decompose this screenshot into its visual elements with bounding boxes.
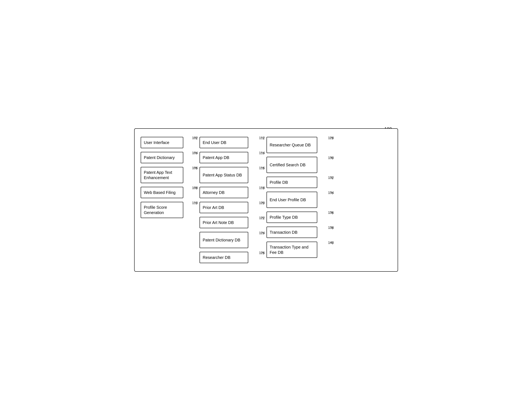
box-user-interface: User Interface [141,137,183,148]
box-researcher-db: Researcher DB [200,252,248,263]
ref-136: 136 [328,211,334,215]
wrapper-patent-app-status: Patent App Status DB 116 [200,167,254,183]
ref-138: 138 [328,226,334,230]
box-certified-search: Certified Search DB [266,157,317,173]
ref-140: 140 [328,241,334,245]
box-prior-art-note: Prior Art Note DB [200,217,248,228]
page-container: 100 User Interface 102 Patent Dictionary [134,128,398,272]
ref-116: 116 [259,166,265,170]
ref-106: 106 [192,166,198,170]
box-end-user-db: End User DB [200,137,248,148]
wrapper-profile-score: Profile Score Generation 110 [141,202,187,218]
ref-118: 118 [259,186,265,190]
wrapper-prior-art-db: Prior Art DB 120 [200,202,254,213]
ref-130: 130 [328,156,334,160]
wrapper-researcher-queue: Researcher Queue DB 128 [266,137,323,153]
box-profile-type: Profile Type DB [266,212,317,223]
ref-122: 122 [259,216,265,220]
box-transaction-db: Transaction DB [266,227,317,238]
box-patent-dictionary-db: Patent Dictionary DB [200,232,248,248]
wrapper-profile-db: Profile DB 132 [266,177,323,188]
box-attorney-db: Attorney DB [200,187,248,198]
wrapper-patent-app-db: Patent App DB 114 [200,152,254,163]
wrapper-attorney-db: Attorney DB 118 [200,187,254,198]
wrapper-prior-art-note: Prior Art Note DB 122 [200,217,254,228]
wrapper-transaction-db: Transaction DB 138 [266,227,323,238]
ref-134: 134 [328,191,334,195]
wrapper-transaction-type: Transaction Type and Fee DB 140 [266,242,323,258]
wrapper-patent-app-text: Patent App Text Enhancement 106 [141,167,187,183]
left-column: User Interface 102 Patent Dictionary 104 [141,137,187,218]
box-profile-score: Profile Score Generation [141,202,183,218]
box-transaction-type: Transaction Type and Fee DB [266,242,317,258]
columns-container: User Interface 102 Patent Dictionary 104 [141,137,392,263]
box-profile-db: Profile DB [266,177,317,188]
ref-120: 120 [259,201,265,205]
wrapper-web-based-filing: Web Based Filing 108 [141,187,187,198]
box-researcher-queue: Researcher Queue DB [266,137,317,153]
box-end-user-profile: End User Profile DB [266,192,317,208]
wrapper-user-interface: User Interface 102 [141,137,187,148]
box-patent-app-db: Patent App DB [200,152,248,163]
ref-110: 110 [192,201,198,205]
box-patent-dictionary: Patent Dictionary [141,152,183,163]
box-patent-app-text: Patent App Text Enhancement [141,167,183,183]
ref-114: 114 [259,151,265,155]
ref-102: 102 [192,136,198,140]
box-patent-app-status: Patent App Status DB [200,167,248,183]
ref-132: 132 [328,176,334,180]
wrapper-end-user-db: End User DB 112 [200,137,254,148]
main-diagram: User Interface 102 Patent Dictionary 104 [134,128,398,272]
ref-126: 126 [259,251,265,255]
right-column: Researcher Queue DB 128 Certified Search… [266,137,323,258]
box-web-based-filing: Web Based Filing [141,187,183,198]
ref-124: 124 [259,231,265,235]
ref-128: 128 [328,136,334,140]
ref-112: 112 [259,136,265,140]
wrapper-patent-dictionary: Patent Dictionary 104 [141,152,187,163]
ref-108: 108 [192,186,198,190]
wrapper-certified-search: Certified Search DB 130 [266,157,323,173]
ref-104: 104 [192,151,198,155]
box-prior-art-db: Prior Art DB [200,202,248,213]
wrapper-researcher-db: Researcher DB 126 [200,252,254,263]
wrapper-patent-dictionary-db: Patent Dictionary DB 124 [200,232,254,248]
wrapper-end-user-profile: End User Profile DB 134 [266,192,323,208]
middle-column: End User DB 112 Patent App DB 114 Pa [200,137,254,263]
wrapper-profile-type: Profile Type DB 136 [266,212,323,223]
